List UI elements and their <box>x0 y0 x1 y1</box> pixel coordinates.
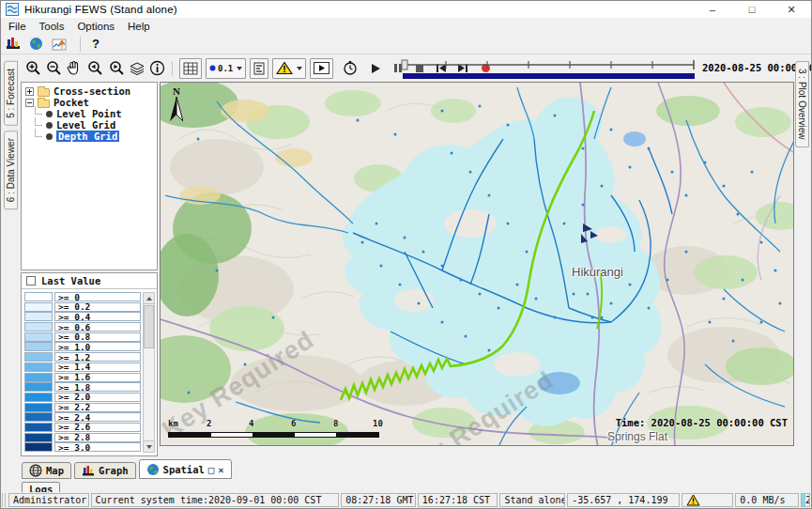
tab-forecast[interactable]: 5 : Forecast <box>4 61 18 126</box>
legend-label: >= 2.8 <box>54 433 141 442</box>
legend-row[interactable]: >= 1.8 <box>24 382 141 393</box>
legend-swatch <box>24 302 53 312</box>
fews-logo-icon <box>6 3 19 16</box>
grid-display-button[interactable] <box>179 58 202 79</box>
tab-label: Spatial <box>163 464 205 475</box>
legend-swatch <box>24 332 53 342</box>
legend-scrollbar[interactable] <box>143 292 155 453</box>
wireframe-globe-icon <box>29 464 42 477</box>
tree-node-cross-section[interactable]: Cross-section <box>22 85 157 97</box>
toolbar-separator <box>80 37 81 52</box>
legend-row[interactable]: >= 3.0 <box>24 442 141 453</box>
tree-node-label[interactable]: Pocket <box>54 97 89 108</box>
scale-tick: 8 <box>333 419 338 428</box>
menu-file[interactable]: File <box>4 20 35 33</box>
scroll-down-button[interactable] <box>144 440 154 452</box>
scale-unit: km <box>168 419 178 428</box>
tree-node-label[interactable]: Level Grid <box>56 119 115 131</box>
menu-help[interactable]: Help <box>123 20 159 33</box>
tab-spatial[interactable]: Spatial □ ✕ <box>139 459 232 479</box>
legend-row[interactable]: >= 0.8 <box>24 332 141 343</box>
tab-maximize-icon[interactable]: □ <box>208 464 214 475</box>
tab-graph[interactable]: Graph <box>74 462 136 479</box>
scrollbar-thumb[interactable] <box>144 305 154 348</box>
zoom-in-icon[interactable] <box>24 60 41 77</box>
legend-row[interactable]: >= 2.2 <box>24 403 141 413</box>
time-slider-thumb[interactable] <box>402 60 407 69</box>
tab-map[interactable]: Map <box>22 462 71 479</box>
layers-icon[interactable] <box>129 61 146 76</box>
legend-row[interactable]: >= 2.4 <box>24 412 141 423</box>
help-button[interactable]: ? <box>92 37 100 51</box>
legend-swatch <box>24 352 53 362</box>
collapse-minus-icon[interactable] <box>25 99 34 107</box>
menu-tools[interactable]: Tools <box>35 20 73 33</box>
scroll-up-button[interactable] <box>144 293 154 304</box>
pan-hand-icon[interactable] <box>66 60 82 77</box>
bullet-icon <box>46 133 53 140</box>
legend-header-label: Last Value <box>41 275 100 286</box>
tab-plot-overview[interactable]: 3 : Plot Overview <box>795 61 809 147</box>
status-warning-cell[interactable] <box>682 493 734 507</box>
status-user: Administrator <box>8 493 89 507</box>
zoom-out-icon[interactable] <box>45 60 62 77</box>
application-window: Hikurangi FEWS (Stand alone) – □ ✕ File … <box>0 0 812 509</box>
close-button[interactable]: ✕ <box>772 1 811 18</box>
zoom-next-icon[interactable] <box>107 60 125 77</box>
map-view[interactable]: API Key Required API Key Required N Hiku… <box>160 82 794 446</box>
timer-settings-icon[interactable] <box>343 60 359 76</box>
legend-row[interactable]: >= 0.2 <box>24 302 141 313</box>
map-canvas[interactable] <box>161 83 794 446</box>
main-toolbar: ? <box>1 34 811 54</box>
play-button[interactable] <box>370 63 381 74</box>
legend-row[interactable]: >= 1.6 <box>24 373 141 383</box>
legend-row[interactable]: >= 2.0 <box>24 393 141 403</box>
thresholds-dropdown[interactable] <box>272 58 306 79</box>
legend-row[interactable]: >= 0.6 <box>24 322 141 332</box>
zoom-previous-icon[interactable] <box>85 60 103 77</box>
minimize-button[interactable]: – <box>693 1 732 18</box>
animation-player-button[interactable] <box>310 58 333 79</box>
reports-icon[interactable] <box>6 37 21 51</box>
last-value-checkbox[interactable] <box>26 276 36 285</box>
timeseries-chart-icon[interactable] <box>52 37 69 52</box>
legend-row[interactable]: >= 2.8 <box>24 433 141 443</box>
tree-node-label-selected[interactable]: Depth Grid <box>56 131 119 142</box>
maximize-button[interactable]: □ <box>732 1 772 18</box>
tree-node-label[interactable]: Cross-section <box>54 85 130 97</box>
globe-explorer-icon[interactable] <box>29 37 43 51</box>
legend-row[interactable]: >= 1.0 <box>24 342 141 352</box>
legend-row[interactable]: >= 1.2 <box>24 352 141 362</box>
left-tab-strip: 5 : Forecast 6 : Data Viewer <box>1 54 20 457</box>
legend-swatch <box>24 373 53 382</box>
menu-options[interactable]: Options <box>72 20 123 33</box>
legend-header: Last Value <box>22 273 157 289</box>
legend-label: >= 0.2 <box>54 302 141 312</box>
legend-row[interactable]: >= 0.4 <box>24 312 141 322</box>
tab-close-icon[interactable]: ✕ <box>218 464 223 475</box>
legend-swatch <box>24 403 53 412</box>
status-grip <box>2 493 6 507</box>
warning-icon <box>686 494 700 506</box>
tab-data-viewer[interactable]: 6 : Data Viewer <box>4 131 18 209</box>
contour-interval-dropdown[interactable]: 0.1 <box>206 58 246 79</box>
legend-label: >= 0.8 <box>54 332 141 342</box>
legend-label: >= 0.4 <box>54 312 141 321</box>
tree-node-pocket[interactable]: Pocket <box>22 97 157 108</box>
expand-plus-icon[interactable] <box>25 87 34 96</box>
legend-row[interactable]: >= 0 <box>24 292 141 302</box>
info-icon[interactable] <box>149 60 165 76</box>
tree-node-label[interactable]: Level Point <box>56 108 122 119</box>
status-memory[interactable]: 2.5 GB <box>801 493 810 507</box>
tree-node-depth-grid[interactable]: Depth Grid <box>22 131 157 142</box>
legend-row[interactable]: >= 2.6 <box>24 423 141 433</box>
legend-label: >= 1.2 <box>54 352 141 362</box>
title-bar: Hikurangi FEWS (Stand alone) – □ ✕ <box>1 1 811 18</box>
tab-label: Graph <box>99 465 129 476</box>
legend-label: >= 0 <box>54 292 141 301</box>
status-system-time: Current system time:2020-09-01 00:00 CST <box>91 493 340 507</box>
classification-legend-button[interactable] <box>250 58 268 79</box>
status-local-time: 16:27:18 CST <box>418 493 498 507</box>
legend-row[interactable]: >= 1.4 <box>24 362 141 373</box>
legend-swatch <box>24 412 53 422</box>
